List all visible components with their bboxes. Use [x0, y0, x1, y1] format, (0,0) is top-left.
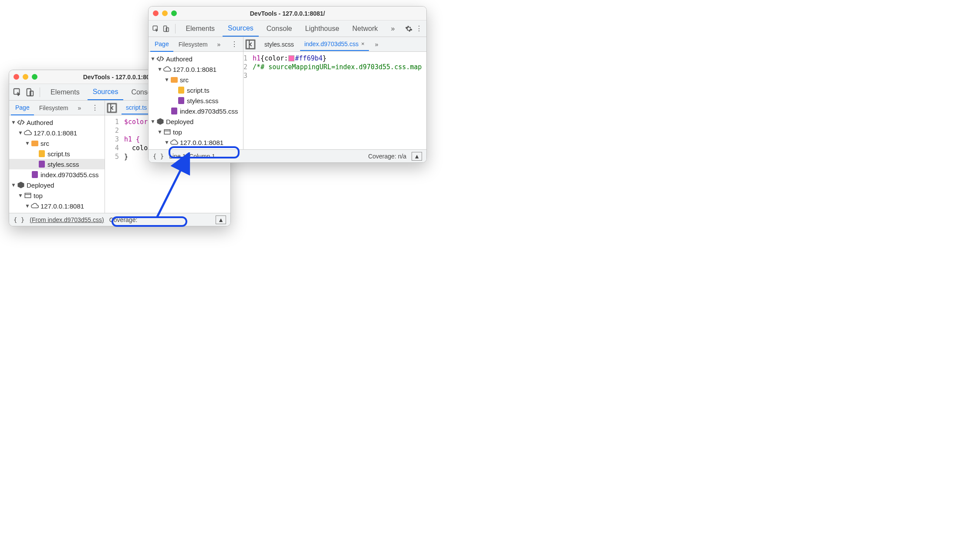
navigator-tabs: Page Filesystem » ⋮ [149, 37, 243, 51]
gear-icon[interactable] [405, 24, 412, 34]
tree-authored[interactable]: ▼Authored [149, 54, 243, 64]
more-tabs-icon[interactable]: » [385, 21, 400, 36]
open-files-tabs: styles.scss index.d9703d55.css× » [243, 37, 426, 51]
color-swatch[interactable] [288, 55, 294, 61]
tree-file-indexcss[interactable]: index.d9703d55.css [149, 106, 243, 116]
tree-deployed-host[interactable]: ▼127.0.0.1:8081 [149, 137, 243, 148]
file-icon [38, 150, 46, 158]
show-navigator-icon[interactable] [245, 39, 256, 50]
cube-icon [17, 181, 25, 189]
tab-network[interactable]: Network [347, 21, 383, 36]
tree-authored[interactable]: ▼Authored [9, 117, 105, 128]
minimize-traffic[interactable] [162, 10, 168, 16]
status-coverage: Coverage: [109, 216, 138, 223]
cloud-icon [24, 129, 32, 137]
folder-icon [170, 76, 178, 84]
device-icon[interactable] [162, 24, 169, 34]
tree-src[interactable]: ▼src [9, 138, 105, 148]
close-icon[interactable]: × [361, 40, 365, 47]
devtools-window-front: DevTools - 127.0.0.1:8081/ Elements Sour… [148, 6, 427, 163]
window-title: DevTools - 127.0.0.1:8081/ [149, 10, 426, 17]
tab-sources[interactable]: Sources [223, 21, 259, 37]
statusbar: { } Line 1, Column 1 Coverage: n/a ▲ [149, 149, 426, 162]
tree-deployed[interactable]: ▼Deployed [149, 116, 243, 127]
inspect-icon[interactable] [13, 87, 22, 97]
tab-console[interactable]: Console [261, 21, 297, 36]
subtab-filesystem[interactable]: Filesystem [174, 37, 212, 51]
tree-file-styles[interactable]: styles.scss [149, 95, 243, 106]
status-from[interactable]: (From index.d9703d55.css) [30, 216, 104, 223]
more-tabs-icon[interactable]: » [74, 101, 86, 115]
titlebar: DevTools - 127.0.0.1:8081/ [149, 7, 426, 20]
tree-top[interactable]: ▼top [9, 190, 105, 201]
divider [175, 24, 176, 34]
code-icon [156, 55, 164, 63]
tab-elements[interactable]: Elements [45, 85, 85, 100]
zoom-traffic[interactable] [32, 74, 37, 80]
tree-file-script[interactable]: script.ts [149, 85, 243, 95]
more-files-icon[interactable]: » [371, 37, 383, 51]
tree-file-styles[interactable]: styles.scss [9, 159, 105, 169]
gutter: 12345 [105, 115, 122, 213]
pretty-print-icon[interactable]: { } [153, 153, 164, 160]
folder-icon [31, 139, 39, 147]
tree-src[interactable]: ▼src [149, 74, 243, 85]
statusbar: { } (From index.d9703d55.css) Coverage: … [9, 213, 230, 226]
file-icon [177, 97, 185, 104]
tab-sources[interactable]: Sources [88, 84, 124, 100]
file-tab-styles[interactable]: styles.scss [260, 38, 298, 50]
close-traffic[interactable] [153, 10, 159, 16]
device-icon[interactable] [25, 87, 34, 97]
file-icon [170, 107, 178, 115]
code-editor[interactable]: 123 h1{color:#ff69b4} /*# sourceMappingU… [243, 52, 426, 149]
cloud-icon [170, 138, 178, 146]
more-options-icon[interactable]: ⋮ [87, 104, 103, 112]
tree-deployed[interactable]: ▼Deployed [9, 180, 105, 190]
file-tree[interactable]: ▼Authored ▼127.0.0.1:8081 ▼src script.ts… [9, 115, 105, 213]
eject-icon[interactable]: ▲ [412, 152, 422, 161]
file-icon [177, 86, 185, 94]
traffic-lights [153, 10, 177, 16]
tree-host[interactable]: ▼127.0.0.1:8081 [149, 64, 243, 74]
gutter: 123 [243, 52, 251, 149]
close-traffic[interactable] [14, 74, 19, 80]
file-icon [38, 160, 46, 168]
code-content[interactable]: h1{color:#ff69b4} /*# sourceMappingURL=i… [251, 52, 426, 149]
file-tree[interactable]: ▼Authored ▼127.0.0.1:8081 ▼src script.ts… [149, 52, 243, 149]
file-icon [31, 171, 39, 178]
tree-file-script[interactable]: script.ts [9, 148, 105, 159]
subtab-page[interactable]: Page [150, 37, 173, 52]
tree-deployed-host[interactable]: ▼127.0.0.1:8081 [9, 201, 105, 211]
navigator-tabs: Page Filesystem » ⋮ [9, 101, 105, 115]
code-icon [17, 118, 25, 126]
main-toolbar: Elements Sources Console Lighthouse Netw… [149, 20, 426, 37]
traffic-lights [14, 74, 37, 80]
subtab-filesystem[interactable]: Filesystem [35, 101, 73, 115]
cube-icon [156, 118, 164, 125]
tree-host[interactable]: ▼127.0.0.1:8081 [9, 128, 105, 138]
more-icon[interactable]: ⋮ [416, 24, 423, 34]
inspect-icon[interactable] [152, 24, 159, 34]
minimize-traffic[interactable] [23, 74, 28, 80]
tree-top[interactable]: ▼top [149, 127, 243, 137]
sub-toolbar: Page Filesystem » ⋮ styles.scss index.d9… [149, 37, 426, 52]
status-line: Line 1, Column 1 [169, 153, 215, 160]
more-options-icon[interactable]: ⋮ [226, 40, 242, 48]
tree-file-indexcss[interactable]: index.d9703d55.css [9, 169, 105, 180]
window-icon [24, 192, 32, 199]
tab-lighthouse[interactable]: Lighthouse [300, 21, 344, 36]
svg-rect-9 [164, 130, 170, 135]
window-icon [163, 128, 171, 136]
subtab-page[interactable]: Page [11, 101, 34, 115]
show-navigator-icon[interactable] [107, 103, 117, 113]
file-tab-indexcss[interactable]: index.d9703d55.css× [300, 38, 369, 51]
zoom-traffic[interactable] [171, 10, 177, 16]
divider [40, 87, 40, 97]
svg-rect-4 [25, 193, 31, 198]
pretty-print-icon[interactable]: { } [14, 216, 24, 223]
tab-elements[interactable]: Elements [180, 21, 220, 36]
eject-icon[interactable]: ▲ [216, 215, 226, 224]
more-tabs-icon[interactable]: » [213, 37, 225, 51]
file-tab-script[interactable]: script.ts [122, 101, 151, 114]
cloud-icon [163, 65, 171, 73]
